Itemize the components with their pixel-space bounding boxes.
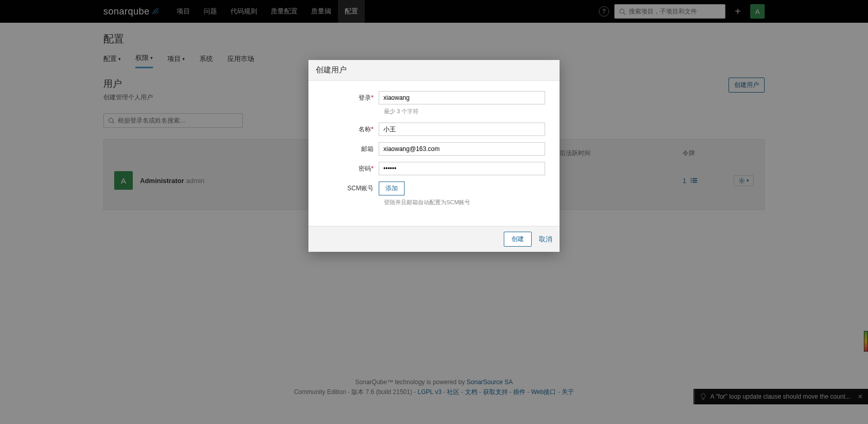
- email-label: 邮箱: [323, 145, 379, 154]
- scm-label: SCM账号: [323, 184, 379, 193]
- modal-footer: 创建 取消: [308, 226, 560, 252]
- modal-body: 登录* 最少 3 个字符 名称* 邮箱 密码* SCM账号 添加 登陆并且邮箱自…: [308, 81, 560, 226]
- name-field[interactable]: [379, 123, 545, 136]
- create-user-modal: 创建用户 登录* 最少 3 个字符 名称* 邮箱 密码* SCM账号 添加 登陆…: [308, 60, 560, 252]
- password-label: 密码*: [323, 164, 379, 173]
- login-field[interactable]: [379, 91, 545, 104]
- add-scm-button[interactable]: 添加: [379, 181, 405, 195]
- cancel-button[interactable]: 取消: [539, 235, 552, 244]
- name-label: 名称*: [323, 125, 379, 134]
- email-field[interactable]: [379, 142, 545, 156]
- submit-button[interactable]: 创建: [504, 232, 532, 247]
- scm-hint: 登陆并且邮箱自动配置为SCM账号: [384, 199, 545, 206]
- login-label: 登录*: [323, 94, 379, 102]
- login-hint: 最少 3 个字符: [384, 108, 545, 115]
- password-field[interactable]: [379, 162, 545, 175]
- modal-title: 创建用户: [308, 60, 560, 81]
